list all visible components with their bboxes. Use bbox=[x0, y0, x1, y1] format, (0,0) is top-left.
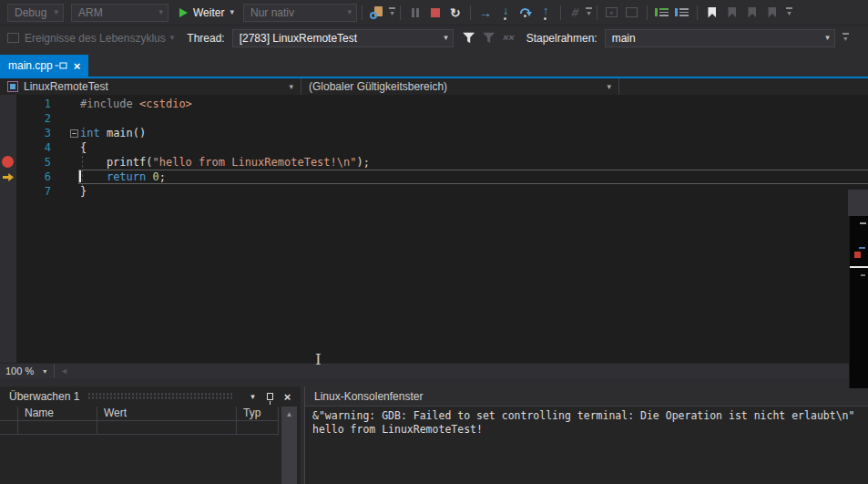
step-out-button[interactable]: ↑ bbox=[536, 3, 556, 23]
watch-titlebar[interactable]: Überwachen 1 ▾ × bbox=[0, 386, 301, 407]
code-text[interactable]: #include <cstdio> bbox=[80, 98, 192, 110]
collapse-region-button[interactable]: − bbox=[70, 129, 78, 138]
line-number: 2 bbox=[16, 112, 51, 125]
glyph-margin-cell[interactable] bbox=[0, 97, 16, 111]
next-bookmark-button bbox=[742, 3, 762, 23]
watch-empty-row[interactable] bbox=[0, 421, 279, 435]
code-line[interactable]: 3−int main() bbox=[0, 126, 868, 140]
toggle-bookmark-button[interactable] bbox=[702, 3, 722, 23]
scroll-up-arrow-icon[interactable]: ▲ bbox=[281, 407, 297, 418]
console-titlebar[interactable]: Linux-Konsolenfenster bbox=[305, 386, 868, 407]
scroll-left-arrow-icon[interactable]: ◄ bbox=[60, 367, 68, 376]
decrease-indent-button[interactable] bbox=[652, 3, 672, 23]
continue-button[interactable]: Weiter ▾ bbox=[179, 6, 234, 19]
tab-main-cpp[interactable]: main.cpp × bbox=[0, 55, 88, 77]
code-line[interactable]: 4{ bbox=[0, 140, 868, 155]
step-into-button[interactable]: ↓ bbox=[495, 3, 516, 23]
platform-value: ARM bbox=[78, 6, 103, 19]
close-panel-button[interactable]: × bbox=[280, 389, 295, 404]
code-text[interactable]: } bbox=[80, 185, 87, 198]
code-token: 0 bbox=[153, 170, 159, 183]
glyph-margin-cell[interactable] bbox=[0, 140, 16, 155]
console-output[interactable]: &"warning: GDB: Failed to set controllin… bbox=[305, 407, 868, 484]
code-token: { bbox=[80, 141, 87, 154]
outlining-margin: − bbox=[51, 126, 80, 140]
thread-label: Thread: bbox=[187, 32, 224, 45]
type-scope-dropdown[interactable]: (Globaler Gültigkeitsbereich) ▾ bbox=[301, 78, 619, 95]
step-over-button[interactable] bbox=[516, 3, 536, 23]
watch-column-header[interactable]: Name bbox=[18, 407, 97, 420]
visual-studio-window: Debug ▾ ARM ▾ Weiter ▾ Nur nativ ▾ ▾ bbox=[0, 0, 868, 484]
stop-icon bbox=[431, 8, 440, 17]
chevron-down-icon: ▾ bbox=[170, 34, 175, 42]
window-menu-button[interactable]: ▾ bbox=[245, 389, 260, 404]
pin-icon[interactable] bbox=[59, 63, 66, 69]
watch-grid[interactable]: NameWertTyp bbox=[0, 407, 279, 435]
code-line[interactable]: 7} bbox=[0, 184, 868, 199]
watch-column-header[interactable]: Wert bbox=[97, 407, 237, 420]
filter-threads-button[interactable] bbox=[459, 28, 479, 48]
glyph-margin-cell[interactable] bbox=[0, 111, 16, 126]
project-scope-dropdown[interactable]: LinuxRemoteTest ▾ bbox=[0, 78, 301, 95]
cpp-project-icon bbox=[7, 81, 18, 92]
code-text[interactable]: int main() bbox=[80, 127, 146, 139]
code-token: int bbox=[80, 127, 100, 139]
editor-horizontal-scrollbar[interactable]: 100 % ▾ ◄ ► bbox=[0, 363, 868, 378]
watch-column-header[interactable]: Typ bbox=[237, 407, 279, 420]
increase-indent-button[interactable] bbox=[672, 3, 692, 23]
overlapping-window-chrome bbox=[848, 190, 868, 216]
watch-cell bbox=[237, 421, 279, 434]
restart-button[interactable]: ↻ bbox=[445, 3, 465, 23]
glyph-margin-cell[interactable] bbox=[0, 126, 16, 140]
code-line[interactable]: 6 return 0; bbox=[0, 170, 868, 184]
code-token bbox=[146, 170, 152, 183]
debug-target-value: Nur nativ bbox=[250, 6, 294, 19]
solution-config-dropdown[interactable]: Debug ▾ bbox=[7, 4, 64, 22]
scope-name: (Globaler Gültigkeitsbereich) bbox=[309, 80, 447, 93]
toolbar-separator bbox=[362, 5, 363, 20]
show-next-statement-button[interactable]: → bbox=[475, 3, 495, 23]
thread-dropdown[interactable]: [2783] LinuxRemoteTest ▾ bbox=[232, 29, 454, 47]
breakpoint-icon[interactable] bbox=[2, 156, 14, 168]
navigate-forward-icon bbox=[626, 7, 638, 17]
watch-row-gutter bbox=[0, 407, 18, 420]
auto-hide-button[interactable] bbox=[262, 389, 278, 404]
toolbar-overflow-button[interactable]: ▾ bbox=[586, 7, 592, 17]
toolbar-overflow-button[interactable]: ▾ bbox=[842, 33, 849, 43]
overlapping-window-fragment bbox=[849, 216, 868, 388]
stop-debugging-button[interactable] bbox=[425, 3, 445, 23]
code-line[interactable]: 2 bbox=[0, 111, 868, 126]
toolbar-overflow-button[interactable]: ▾ bbox=[786, 7, 792, 17]
code-line[interactable]: 5 printf("hello from LinuxRemoteTest!\n"… bbox=[0, 155, 868, 170]
outlining-margin bbox=[51, 111, 80, 126]
code-text[interactable]: { bbox=[80, 141, 87, 154]
glyph-margin-cell[interactable] bbox=[0, 184, 16, 199]
step-over-icon bbox=[520, 8, 530, 17]
watch-title: Überwachen 1 bbox=[9, 390, 79, 403]
code-editor[interactable]: 1#include <cstdio>23−int main()4{5 print… bbox=[0, 95, 868, 363]
code-line[interactable]: 1#include <cstdio> bbox=[0, 97, 868, 111]
outlining-margin bbox=[51, 155, 80, 170]
watch-cell bbox=[97, 421, 237, 434]
toolbar-overflow-button[interactable]: ▾ bbox=[389, 7, 395, 17]
close-icon[interactable]: × bbox=[74, 60, 81, 72]
debug-target-dropdown[interactable]: Nur nativ ▾ bbox=[243, 4, 357, 22]
chevron-down-icon: ▾ bbox=[444, 34, 448, 42]
platform-dropdown[interactable]: ARM ▾ bbox=[71, 4, 168, 22]
chevron-down-icon[interactable]: ▾ bbox=[230, 8, 234, 16]
chevron-down-icon: ▾ bbox=[825, 34, 830, 42]
stack-frame-dropdown[interactable]: main ▾ bbox=[605, 29, 835, 47]
arrow-right-icon: → bbox=[479, 6, 492, 19]
glyph-margin-cell[interactable] bbox=[0, 170, 16, 184]
toolbar-separator bbox=[400, 5, 401, 20]
glyph-margin-cell[interactable] bbox=[0, 155, 16, 170]
panel-grip[interactable] bbox=[88, 393, 234, 400]
attach-to-process-button[interactable] bbox=[367, 3, 387, 23]
chevron-down-icon: ▾ bbox=[587, 10, 590, 17]
code-lines: 1#include <cstdio>23−int main()4{5 print… bbox=[0, 97, 868, 199]
editor-zoom-dropdown[interactable]: 100 % ▾ bbox=[0, 364, 55, 378]
code-text[interactable]: return 0; bbox=[80, 170, 166, 183]
code-token: return bbox=[107, 170, 146, 183]
watch-vertical-scrollbar[interactable]: ▲ bbox=[281, 407, 297, 484]
code-text[interactable]: printf("hello from LinuxRemoteTest!\n"); bbox=[80, 156, 370, 169]
